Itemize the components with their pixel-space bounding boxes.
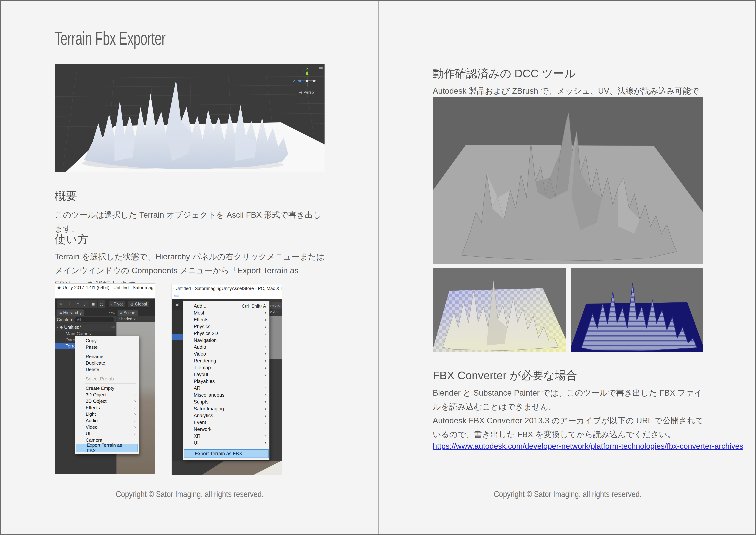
footer-copyright-right: Copyright © Sator Imaging, all rights re… <box>379 489 756 499</box>
context-menu-item: 3D Object › <box>75 391 139 398</box>
context-menu-item: Audio › <box>75 417 139 424</box>
shading-dropdown: Shaded ▾ <box>117 316 155 322</box>
menubar <box>55 292 155 298</box>
submenu-arrow-icon: › <box>265 345 266 350</box>
hierarchy-panel-fragment: ▣ <box>172 299 183 461</box>
menu-separator <box>85 374 136 374</box>
unity-scene-screenshot: y z ◄ Persp <box>55 64 325 172</box>
submenu-arrow-icon: › <box>265 324 266 329</box>
fbx-heading: FBX Converter が必要な場合 <box>433 368 577 383</box>
hand-tool-icon: ✥ <box>57 300 65 308</box>
overview-heading: 概要 <box>55 188 77 204</box>
global-label: Global <box>135 302 147 307</box>
context-menu-item: Light › <box>75 411 139 417</box>
footer-copyright-left: Copyright © Sator Imaging, all rights re… <box>1 489 379 499</box>
hierarchy-list-icon: ≡ <box>59 310 62 315</box>
hierarchy-search-field: All <box>74 317 115 322</box>
create-dropdown: Create ▾ <box>57 317 72 322</box>
window-titlebar: - Untitled - SatorImagingUnityAssetStore… <box>172 284 282 292</box>
menubar-item <box>175 295 179 296</box>
component-menu-item: Network › <box>183 426 269 433</box>
submenu-arrow-icon: › <box>265 413 266 418</box>
component-menu-item: Sator Imaging › <box>183 405 269 412</box>
context-menu-item: 2D Object › <box>75 398 139 405</box>
scale-tool-icon: ⤢ <box>81 300 90 308</box>
submenu-arrow-icon: › <box>265 365 266 370</box>
scene-tab-label: Scene <box>123 310 135 315</box>
component-menu-item: Physics 2D › <box>183 330 269 337</box>
expander-icon: ▾ <box>57 325 58 329</box>
context-menu-item: Export Terrain as FBX... <box>76 444 138 452</box>
component-menu-item: Add... Ctrl+Shift+A <box>183 303 269 309</box>
window-title: Unity 2017.4.4f1 (64bit) - Untitled - Sa… <box>63 285 155 290</box>
submenu-arrow-icon: › <box>134 425 136 430</box>
scene-view-fragment <box>172 461 282 475</box>
side-panel-fragment: election ❖ Ani <box>269 299 282 461</box>
fbx-body-1: Blender と Substance Painter では、このツールで書き出… <box>433 386 706 413</box>
hierarchy-tab-label: Hierarchy <box>63 310 82 315</box>
context-menu-item: Duplicate <box>75 360 139 366</box>
dcc-heading: 動作確認済みの DCC ツール <box>433 66 576 81</box>
dcc-terrain-render-wireframe <box>571 268 703 352</box>
component-menu-item: AR › <box>183 385 269 392</box>
component-menu-item: Export Terrain as FBX... <box>184 449 269 458</box>
submenu-arrow-icon: › <box>265 427 266 432</box>
component-menu-item: Video › <box>183 351 269 357</box>
fbx-converter-link[interactable]: https://www.autodesk.com/developer-netwo… <box>433 442 743 451</box>
context-menu-item: Copy <box>75 337 139 344</box>
screenshot-component-menu: - Untitled - SatorImagingUnityAssetStore… <box>172 284 282 475</box>
component-dropdown-menu: Add... Ctrl+Shift+A Mesh › Effects › Phy… <box>183 301 269 460</box>
selection-tab-fragment: election <box>269 302 282 309</box>
screenshot-hierarchy-context-menu: ◆ Unity 2017.4.4f1 (64bit) - Untitled - … <box>55 284 155 474</box>
custom-tool-icon: ◎ <box>97 300 105 308</box>
submenu-arrow-icon: › <box>265 310 266 315</box>
component-menu-item: Rendering › <box>183 357 269 364</box>
window-title: - Untitled - SatorImagingUnityAssetStore… <box>173 286 282 291</box>
dcc-terrain-render-large <box>433 97 703 264</box>
submenu-arrow-icon: › <box>134 431 136 436</box>
animator-tab-fragment: ❖ Ani <box>269 309 282 315</box>
submenu-arrow-icon: › <box>265 317 266 322</box>
shading-label: Shaded <box>119 317 132 321</box>
component-menu-item: Scripts › <box>183 399 269 405</box>
context-menu-item: Select Prefab <box>75 376 139 382</box>
page-title: Terrain Fbx Exporter <box>54 28 220 49</box>
component-menu-item: Mesh › <box>183 309 269 316</box>
component-menu-item: Event › <box>183 419 269 426</box>
menu-separator <box>193 448 267 448</box>
submenu-arrow-icon: › <box>265 399 266 405</box>
submenu-arrow-icon: › <box>265 440 266 445</box>
submenu-arrow-icon: › <box>134 411 136 417</box>
menubar <box>172 292 282 299</box>
submenu-arrow-icon: › <box>265 372 266 377</box>
context-menu-item: Paste <box>75 344 139 351</box>
unity-logo-icon: ◆ <box>57 285 61 290</box>
submenu-arrow-icon: › <box>265 406 266 411</box>
usage-heading: 使い方 <box>55 232 88 247</box>
unity-scene-icon: ◆ <box>60 325 63 329</box>
component-menu-item: Analytics › <box>183 412 269 419</box>
gizmo-z-label: z <box>293 78 295 83</box>
panel-menu-icons: ▪ ▾≡ <box>109 311 115 315</box>
component-menu-item: Tilemap › <box>183 364 269 371</box>
component-menu-item: Navigation › <box>183 337 269 344</box>
transform-tools: ✥ ✛ ⟳ ⤢ ▣ ◎ <box>57 300 106 308</box>
component-menu-item: Playables › <box>183 378 269 385</box>
menu-separator <box>85 352 136 352</box>
component-menu-item: Layout › <box>183 371 269 378</box>
submenu-arrow-icon: › <box>265 331 266 336</box>
component-menu-item: XR › <box>183 433 269 439</box>
search-filter-label: All <box>77 318 81 322</box>
toolbar: ✥ ✛ ⟳ ⤢ ▣ ◎ ▪ Pivot ◍ Global <box>55 298 155 310</box>
rotate-tool-icon: ⟳ <box>73 300 81 308</box>
context-menu-item: Create Empty <box>75 385 139 391</box>
submenu-arrow-icon: › <box>265 379 266 384</box>
persp-label: Persp <box>304 90 314 95</box>
submenu-arrow-icon: › <box>265 358 266 363</box>
submenu-arrow-icon: › <box>134 399 136 404</box>
scene-root-row: ▾ ◆ Untitled* ▾≡ <box>55 324 116 330</box>
submenu-arrow-icon: › <box>134 405 136 410</box>
toolbar-fragment-icon: ▣ <box>172 299 183 310</box>
selected-row-fragment <box>172 334 183 340</box>
submenu-arrow-icon: › <box>265 352 266 356</box>
